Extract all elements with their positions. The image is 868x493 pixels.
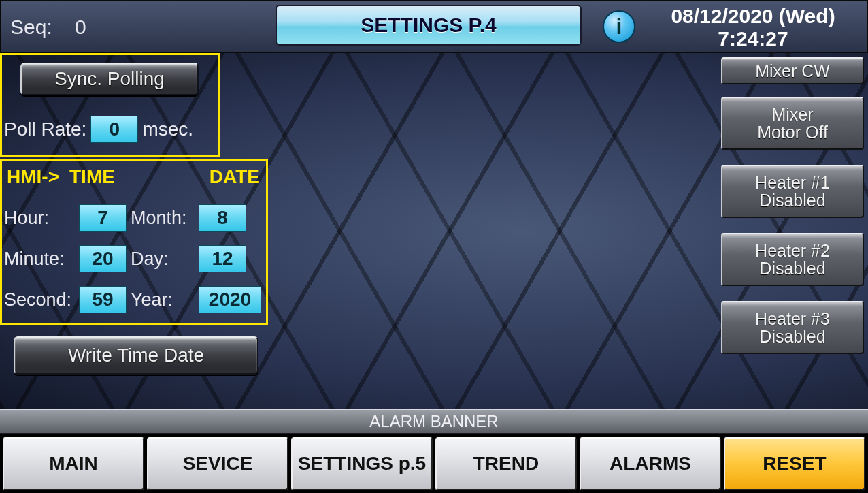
hdr-hmi: HMI-> [7,166,69,188]
year-input[interactable]: 2020 [199,286,261,313]
month-label: Month: [131,208,195,229]
heater2-line2: Disabled [759,259,825,277]
mixer-cw-button[interactable]: Mixer CW [721,57,864,84]
hdr-time: TIME [69,166,151,188]
heater1-button[interactable]: Heater #1 Disabled [721,165,864,218]
heater2-button[interactable]: Heater #2 Disabled [721,233,864,286]
second-label: Second: [4,289,75,311]
sync-polling-button[interactable]: Sync. Polling [20,63,199,95]
write-time-date-button[interactable]: Write Time Date [14,336,258,375]
heater3-line1: Heater #3 [755,310,830,328]
heater3-button[interactable]: Heater #3 Disabled [721,301,864,354]
poll-rate-input[interactable]: 0 [90,116,138,143]
nav-trend[interactable]: TREND [435,437,577,490]
hdr-date: DATE [151,166,265,188]
page-title: SETTINGS P.4 [276,5,582,46]
poll-rate-row: Poll Rate: 0 msec. [4,116,193,143]
nav-main[interactable]: MAIN [3,437,144,490]
poll-rate-label: Poll Rate: [4,118,86,140]
info-glyph: i [616,14,622,39]
day-input[interactable]: 12 [199,245,246,272]
heater1-line2: Disabled [759,191,825,209]
minute-input[interactable]: 20 [79,245,127,272]
info-icon[interactable]: i [603,10,635,43]
alarm-banner[interactable]: ALARM BANNER [0,409,868,434]
second-input[interactable]: 59 [79,286,127,313]
time-grid: Hour: 7 Month: 8 Minute: 20 Day: 12 Seco… [4,197,265,320]
seq-label: Seq: [10,16,52,39]
seq-display: Seq: 0 [10,16,86,39]
header-bar: Seq: 0 SETTINGS P.4 i 08/12/2020 (Wed) 7… [0,0,868,53]
hour-label: Hour: [4,208,75,229]
nav-alarms[interactable]: ALARMS [580,437,721,490]
datetime-display: 08/12/2020 (Wed) 7:24:27 [651,5,855,50]
time-headers: HMI-> TIME DATE [7,166,265,188]
right-button-column: Mixer CW Mixer Motor Off Heater #1 Disab… [721,57,864,369]
heater1-line1: Heater #1 [755,174,830,191]
date-text: 08/12/2020 (Wed) [651,5,855,27]
year-label: Year: [131,289,195,311]
poll-rate-unit: msec. [142,118,193,140]
mixer-motor-button[interactable]: Mixer Motor Off [721,97,864,150]
mixer-motor-line1: Mixer [771,106,813,123]
month-input[interactable]: 8 [199,204,246,232]
day-label: Day: [131,249,195,270]
mixer-motor-line2: Motor Off [757,123,828,141]
minute-label: Minute: [4,249,75,270]
heater2-line1: Heater #2 [755,242,830,259]
nav-service[interactable]: SEVICE [147,437,288,490]
bottom-nav: MAIN SEVICE SETTINGS p.5 TREND ALARMS RE… [0,434,868,493]
nav-settings-p5[interactable]: SETTINGS p.5 [291,437,433,490]
nav-reset[interactable]: RESET [724,437,865,490]
seq-value: 0 [75,16,86,39]
heater3-line2: Disabled [759,328,825,345]
time-text: 7:24:27 [651,27,855,50]
hour-input[interactable]: 7 [79,204,127,232]
